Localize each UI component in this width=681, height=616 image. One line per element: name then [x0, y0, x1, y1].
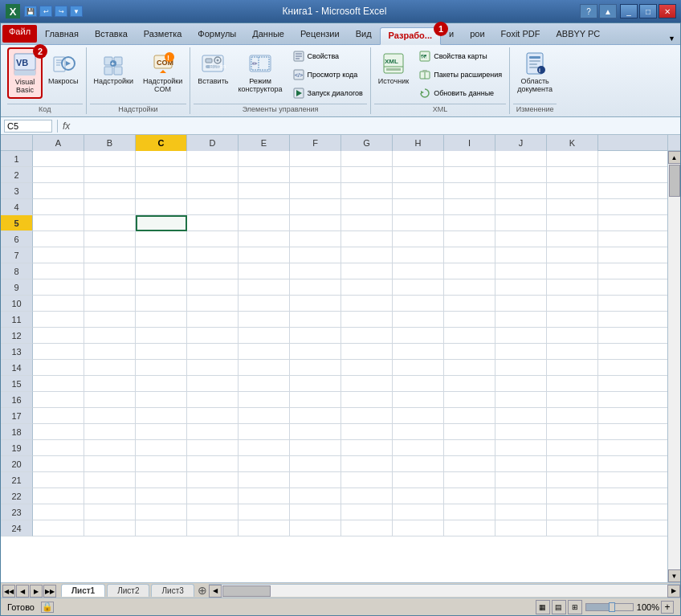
cell-K16[interactable] [547, 392, 598, 408]
cell-J6[interactable] [495, 231, 547, 247]
visual-basic-button[interactable]: VB VisualBasic 2 [7, 47, 43, 99]
scroll-track-vertical[interactable] [668, 164, 681, 569]
row-number-23[interactable]: 23 [1, 504, 33, 520]
macros-button[interactable]: Макросы [44, 47, 83, 89]
cell-B3[interactable] [84, 183, 136, 199]
cell-E17[interactable] [239, 408, 290, 424]
redo-icon[interactable]: ↪ [55, 6, 67, 17]
cell-E19[interactable] [239, 440, 290, 456]
row-number-14[interactable]: 14 [1, 360, 33, 376]
cell-G3[interactable] [341, 183, 393, 199]
cell-E13[interactable] [239, 344, 290, 360]
row-number-2[interactable]: 2 [1, 167, 33, 183]
cell-F8[interactable] [290, 263, 341, 279]
tab-view[interactable]: Вид [348, 27, 380, 44]
cell-H11[interactable] [393, 312, 444, 328]
macro-security-icon[interactable]: 🔒 [41, 602, 54, 613]
cell-D2[interactable] [187, 167, 239, 183]
doc-area-button[interactable]: i Областьдокумента [513, 47, 557, 97]
cell-C6[interactable] [136, 231, 187, 247]
row-number-10[interactable]: 10 [1, 296, 33, 312]
cell-E5[interactable] [239, 215, 290, 231]
cell-K5[interactable] [547, 215, 598, 231]
row-number-1[interactable]: 1 [1, 151, 33, 167]
cell-K18[interactable] [547, 424, 598, 440]
cell-E22[interactable] [239, 488, 290, 504]
scroll-right-button[interactable]: ▶ [667, 585, 680, 598]
cell-F3[interactable] [290, 183, 341, 199]
row-number-16[interactable]: 16 [1, 392, 33, 408]
row-number-20[interactable]: 20 [1, 456, 33, 472]
cell-I6[interactable] [444, 231, 495, 247]
cell-G1[interactable] [341, 151, 393, 167]
cell-F16[interactable] [290, 392, 341, 408]
cell-E18[interactable] [239, 424, 290, 440]
cell-F13[interactable] [290, 344, 341, 360]
run-dialog-button[interactable]: Запуск диалогов [288, 84, 367, 102]
cell-G24[interactable] [341, 520, 393, 536]
cell-E16[interactable] [239, 392, 290, 408]
cell-H16[interactable] [393, 392, 444, 408]
cell-C1[interactable] [136, 151, 187, 167]
cell-J12[interactable] [495, 328, 547, 344]
cell-E20[interactable] [239, 456, 290, 472]
cell-I19[interactable] [444, 440, 495, 456]
cell-K10[interactable] [547, 296, 598, 312]
cell-G16[interactable] [341, 392, 393, 408]
cell-K7[interactable] [547, 247, 598, 263]
cell-F19[interactable] [290, 440, 341, 456]
cell-B4[interactable] [84, 199, 136, 215]
cell-J20[interactable] [495, 456, 547, 472]
cell-J11[interactable] [495, 312, 547, 328]
cell-C18[interactable] [136, 424, 187, 440]
cell-D9[interactable] [187, 279, 239, 296]
cell-F5[interactable] [290, 215, 341, 231]
cell-J5[interactable] [495, 215, 547, 231]
cell-C11[interactable] [136, 312, 187, 328]
cell-F12[interactable] [290, 328, 341, 344]
grid[interactable]: 123456789101112131415161718192021222324 [1, 151, 667, 582]
cell-I17[interactable] [444, 408, 495, 424]
cell-B8[interactable] [84, 263, 136, 279]
vertical-scrollbar[interactable]: ▲ ▼ [667, 151, 680, 582]
cell-D10[interactable] [187, 296, 239, 312]
cell-B9[interactable] [84, 279, 136, 296]
cell-F18[interactable] [290, 424, 341, 440]
cell-C17[interactable] [136, 408, 187, 424]
scroll-down-button[interactable]: ▼ [668, 569, 681, 582]
cell-H15[interactable] [393, 376, 444, 392]
tab-data[interactable]: Данные [244, 27, 292, 44]
sheet-tab-2[interactable]: Лист2 [107, 584, 149, 597]
cell-E4[interactable] [239, 199, 290, 215]
cell-H20[interactable] [393, 456, 444, 472]
cell-E14[interactable] [239, 360, 290, 376]
cell-H2[interactable] [393, 167, 444, 183]
cell-C9[interactable] [136, 279, 187, 296]
cell-J8[interactable] [495, 263, 547, 279]
cell-E8[interactable] [239, 263, 290, 279]
cell-A18[interactable] [33, 424, 84, 440]
scroll-thumb-horizontal[interactable] [222, 585, 271, 597]
row-number-22[interactable]: 22 [1, 488, 33, 504]
cell-H23[interactable] [393, 504, 444, 520]
cell-F14[interactable] [290, 360, 341, 376]
cell-I16[interactable] [444, 392, 495, 408]
cell-D12[interactable] [187, 328, 239, 344]
cell-A5[interactable] [33, 215, 84, 231]
cell-F2[interactable] [290, 167, 341, 183]
cell-K24[interactable] [547, 520, 598, 536]
scroll-up-button[interactable]: ▲ [668, 151, 681, 164]
cell-K22[interactable] [547, 488, 598, 504]
cell-C5[interactable] [136, 215, 187, 231]
cell-H10[interactable] [393, 296, 444, 312]
cell-K11[interactable] [547, 312, 598, 328]
cell-H21[interactable] [393, 472, 444, 488]
cell-J7[interactable] [495, 247, 547, 263]
cell-A7[interactable] [33, 247, 84, 263]
cell-D18[interactable] [187, 424, 239, 440]
cell-D8[interactable] [187, 263, 239, 279]
zoom-slider[interactable] [585, 603, 634, 611]
zoom-thumb[interactable] [609, 602, 615, 612]
cell-B15[interactable] [84, 376, 136, 392]
row-number-19[interactable]: 19 [1, 440, 33, 456]
